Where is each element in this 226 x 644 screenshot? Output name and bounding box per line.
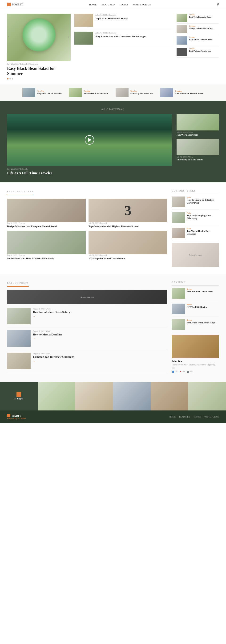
footer-nav-topics[interactable]: TOPICS — [194, 416, 201, 418]
footer-nav-write[interactable]: WRITE FOR US — [204, 416, 219, 418]
trending-caption-2: Trending The secret of brainstorm — [84, 90, 109, 95]
footer-left: HABIT Powered by ENVATO — [7, 414, 26, 420]
nav-home[interactable]: HOME — [89, 3, 97, 6]
hero-main-article[interactable]: ‹ › July 26, 2022 / Lifestyle / Good Lif… — [7, 14, 71, 80]
review-item-3[interactable]: Review Best Work from Home Apps — [172, 319, 219, 332]
photo-strip-3[interactable] — [113, 382, 151, 410]
hero-right-item-3[interactable]: Techno. Easy Photo Retouch Tips — [177, 36, 219, 46]
editors-title-3: Top World Health Day Creatives — [187, 230, 219, 236]
latest-arrow-1[interactable]: → — [33, 315, 70, 318]
latest-title-2: How to Meet a Deadline — [33, 333, 62, 337]
latest-date-3: August 1, 2022 / Work — [33, 353, 74, 355]
editors-item-2[interactable]: Picks Tips for Managing Time Effectively — [172, 212, 219, 225]
hero-middle-articles: July 26, 2022 / Business Top List of Hom… — [74, 14, 173, 80]
hero-mid-item-2[interactable]: July 26, 2022 / Business Stay Productive… — [74, 32, 173, 47]
social-fb[interactable]: 👤 75k — [172, 370, 178, 373]
watching-main-video[interactable]: July 25, 2022 / Lifestyle Life as A Full… — [7, 114, 172, 175]
search-icon[interactable]: ⚲ — [217, 2, 219, 6]
photo-strip-2[interactable] — [75, 382, 113, 410]
trending-title-4: The Future of Remote Work — [175, 92, 203, 95]
watching-side-title-1: Fun Work Ecosystem — [177, 134, 219, 136]
editors-item-3[interactable]: Picks Top World Health Day Creatives — [172, 228, 219, 241]
photo-strip-4[interactable] — [151, 382, 188, 410]
footer-nav-featured[interactable]: FEATURED — [179, 416, 190, 418]
featured-date-1: July 31, 2022 / Featured — [7, 222, 86, 224]
editors-cat-3: Picks — [187, 228, 219, 230]
footer: HABIT Powered by ENVATO HOME FEATURED TO… — [0, 410, 226, 423]
hero-right-thumb-1 — [177, 14, 187, 22]
featured-item-4[interactable]: July 31, 2022 / Featured 2025 Popular Tr… — [89, 231, 167, 260]
featured-date-4: July 31, 2022 / Featured — [89, 254, 167, 256]
hero-right-item-1[interactable]: Techno. Best Tech Books to Read — [177, 14, 219, 24]
hero-dot-3[interactable] — [12, 78, 13, 80]
play-button[interactable] — [85, 135, 94, 144]
editors-thumb-2 — [172, 212, 185, 223]
latest-date-2: August 1, 2022 / Work — [33, 330, 62, 332]
latest-item-1[interactable]: August 1, 2022 / Work How to Calculate G… — [7, 308, 167, 328]
footer-nav-home[interactable]: HOME — [170, 416, 176, 418]
editors-caption-2: Picks Tips for Managing Time Effectively — [187, 212, 219, 223]
latest-item-2[interactable]: August 1, 2022 / Work How to Meet a Dead… — [7, 330, 167, 350]
featured-date-3: July 31, 2022 / Featured — [7, 254, 86, 256]
hero-next-arrow[interactable]: › — [68, 35, 69, 39]
nav-write[interactable]: WRITE FOR US — [133, 3, 151, 6]
footer-logo[interactable]: HABIT — [7, 414, 26, 417]
latest-arrow-3[interactable]: → — [33, 360, 74, 362]
hero-main-image — [7, 14, 71, 61]
review-item-2[interactable]: Review DIY Tool Kit Review — [172, 304, 219, 317]
social-tw[interactable]: 💌 38k — [179, 370, 185, 373]
play-triangle-icon — [88, 138, 92, 142]
editors-title-2: Tips for Managing Time Effectively — [187, 214, 219, 220]
hero-prev-arrow[interactable]: ‹ — [8, 35, 9, 39]
photo-strip-5[interactable] — [188, 382, 226, 410]
watching-side-item-2[interactable]: July 31, 2022 / Video Internship do's an… — [177, 139, 219, 161]
photo-strip-1[interactable] — [38, 382, 75, 410]
hero-right-title-4: Best Podcast App to Use — [189, 50, 211, 52]
featured-item-1[interactable]: July 31, 2022 / Featured Design Mistakes… — [7, 199, 86, 228]
hero-right-item-2[interactable]: Techno. Things to Do After Spring. — [177, 25, 219, 35]
watching-main-title: Life as A Full Time Traveler — [7, 171, 172, 175]
featured-item-3[interactable]: July 31, 2022 / Featured Social Proof an… — [7, 231, 86, 260]
hero-dot-1[interactable] — [7, 78, 8, 80]
latest-item-3[interactable]: August 1, 2022 / Work Common Job Intervi… — [7, 353, 167, 372]
review-caption-1: Review Best Summer Outfit Ideas — [187, 288, 213, 299]
social-ig[interactable]: 📷 55k — [187, 370, 193, 373]
hero-right-title-1: Best Tech Books to Read — [189, 16, 211, 18]
trending-item-3[interactable]: Trending Scale-Up for Small Biz — [115, 88, 153, 97]
review-thumb-2 — [172, 304, 185, 314]
hero-right-item-4[interactable]: Techno. Best Podcast App to Use — [177, 48, 219, 58]
editors-item-1[interactable]: Picks How to Create an Effective Career … — [172, 196, 219, 210]
featured-date-2: July 31, 2022 / Featured — [89, 222, 167, 224]
trending-caption-1: Trending Negative Use of Internet — [37, 90, 62, 95]
watching-side-item-1[interactable]: July 31, 2022 / Video Fun Work Ecosystem — [177, 114, 219, 136]
featured-title-3: Social Proof and How It Works Effectivel… — [7, 257, 86, 260]
watching-sidebar: July 31, 2022 / Video Fun Work Ecosystem… — [177, 114, 219, 175]
trending-item-4[interactable]: Trending The Future of Remote Work — [160, 88, 203, 97]
review-title-1: Best Summer Outfit Ideas — [187, 290, 213, 293]
featured-item-2[interactable]: 3 July 31, 2022 / Featured Top Companies… — [89, 199, 167, 228]
latest-title-1: How to Calculate Gross Salary — [33, 310, 70, 314]
trending-item-1[interactable]: Trending Negative Use of Internet — [22, 88, 62, 97]
nav-featured[interactable]: FEATURED — [102, 3, 115, 6]
review-item-1[interactable]: Review Best Summer Outfit Ideas — [172, 288, 219, 301]
review-cat-3: Review — [187, 319, 215, 321]
featured-caption-3: July 31, 2022 / Featured Social Proof an… — [7, 254, 86, 260]
hero-dot-2[interactable] — [9, 78, 11, 80]
watching-video-player[interactable] — [7, 114, 172, 166]
watching-main-meta: July 25, 2022 / Lifestyle — [7, 168, 172, 170]
featured-title-1: Design Mistakes that Everyone Should Avo… — [7, 225, 86, 228]
latest-thumb-3 — [7, 353, 31, 369]
hero-right-thumb-4 — [177, 48, 187, 56]
hero-mid-item-1[interactable]: July 26, 2022 / Business Top List of Hom… — [74, 14, 173, 29]
profile-name: John Doe — [172, 360, 219, 362]
hero-right-title-3: Easy Photo Retouch Tips — [189, 38, 212, 41]
hero-mid-image-1 — [74, 14, 93, 27]
nav-topics[interactable]: TOPICS — [119, 3, 128, 6]
latest-arrow-2[interactable]: → — [33, 337, 62, 340]
hero-mid-date-1: July 26, 2022 / Business — [95, 14, 128, 16]
hero-right-title-2: Things to Do After Spring. — [189, 27, 213, 30]
trending-item-2[interactable]: Trending The secret of brainstorm — [69, 88, 109, 97]
editors-section-title: EDITORS' PICKS — [172, 190, 219, 194]
logo[interactable]: HABIT — [7, 2, 23, 6]
hero-mid-date-2: July 26, 2022 / Business — [95, 32, 146, 34]
